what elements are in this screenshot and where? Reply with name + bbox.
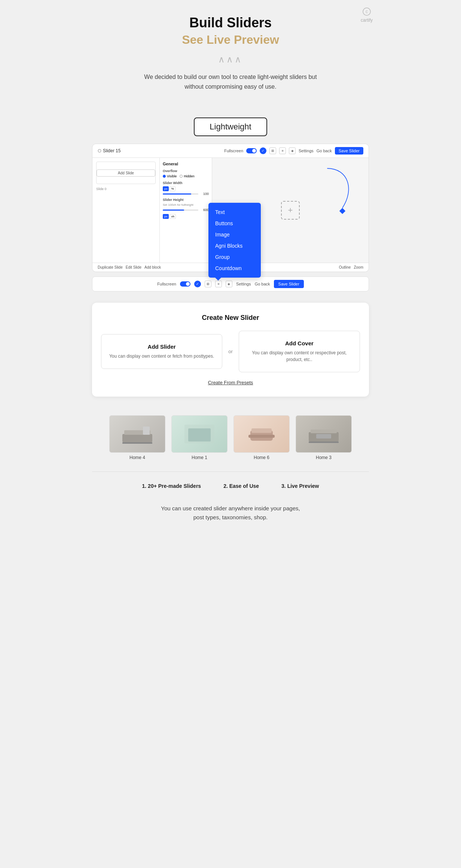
arrow-decoration [324, 165, 361, 214]
context-menu-item-buttons[interactable]: Buttons [208, 218, 261, 229]
context-menu-item-agni[interactable]: Agni Blocks [208, 240, 261, 251]
editor-section: Slider 15 Fullscreen ✓ ⊞ ≡ ◈ Settings Go… [81, 144, 380, 291]
layers-icon2[interactable]: ≡ [215, 281, 222, 287]
height-hint: Set 100vh for fullheight [163, 203, 209, 207]
settings-panel: General Overflow Visible Hidden Slider W… [160, 158, 212, 263]
feature-1: 1. 20+ Pre-made Sliders [142, 483, 201, 489]
thumbnail-home4-label: Home 4 [109, 455, 165, 460]
layers-icon[interactable]: ≡ [279, 147, 286, 154]
thumbnail-home1[interactable]: Home 1 [171, 415, 228, 460]
settings-label2[interactable]: Settings [236, 282, 251, 286]
width-unit-tabs: px % [163, 186, 175, 191]
thumbnail-home4[interactable]: Home 4 [109, 415, 165, 460]
overflow-radio-group: Visible Hidden [163, 174, 209, 178]
add-cover-card[interactable]: Add Cover You can display own content or… [239, 331, 360, 372]
thumbnail-home3-img [296, 415, 352, 453]
badge-section: Lightweight [81, 117, 380, 136]
svg-rect-15 [309, 441, 339, 443]
unit-px[interactable]: px [163, 186, 169, 191]
settings-label[interactable]: Settings [299, 149, 314, 153]
topbar-right: Fullscreen ✓ ⊞ ≡ ◈ Settings Go back Save… [224, 147, 363, 155]
add-cover-card-desc: You can display own content or respectiv… [245, 349, 354, 363]
slide-panel: Add Slide Slide 0 [92, 158, 160, 263]
go-back-label2[interactable]: Go back [255, 282, 270, 286]
page-subtitle: See Live Preview [88, 33, 373, 47]
fullscreen-toggle2[interactable] [180, 281, 190, 287]
height-slider-row: 600 [163, 208, 209, 212]
svg-marker-3 [339, 208, 345, 214]
fullscreen-label: Fullscreen [224, 149, 243, 153]
outline-btn[interactable]: Outline [339, 265, 351, 269]
features-row: 1. 20+ Pre-made Sliders 2. Ease of Use 3… [81, 476, 380, 496]
height-unit-px[interactable]: px [163, 214, 169, 219]
check-icon2: ✓ [194, 281, 201, 287]
height-unit-vh[interactable]: vh [170, 214, 175, 219]
add-cover-card-title: Add Cover [245, 340, 354, 346]
unit-percent[interactable]: % [170, 186, 175, 191]
width-track[interactable] [163, 193, 198, 195]
visible-radio[interactable]: Visible [163, 174, 177, 178]
overflow-label: Overflow [163, 169, 209, 173]
svg-rect-16 [316, 434, 331, 438]
check-icon: ✓ [260, 147, 266, 154]
svg-rect-11 [248, 435, 275, 438]
save-slider-top-button[interactable]: Save Slider [335, 147, 363, 155]
slider-name-label: Slider 15 [98, 148, 120, 153]
logo-text: cartify [361, 18, 373, 23]
fullscreen-label2: Fullscreen [157, 282, 176, 286]
editor-topbar: Slider 15 Fullscreen ✓ ⊞ ≡ ◈ Settings Go… [92, 144, 369, 158]
svg-text:c: c [366, 9, 368, 14]
height-track[interactable] [163, 210, 198, 211]
svg-rect-9 [188, 428, 211, 441]
canvas-area: + Text Buttons Image Agni Blocks Group C… [212, 158, 369, 263]
edit-slide-btn[interactable]: Edit Slide [126, 265, 141, 269]
slide-thumbnail[interactable]: Add Slide [96, 162, 156, 184]
thumbnail-home6[interactable]: Home 6 [233, 415, 290, 460]
presets-link[interactable]: Create From Presets [101, 380, 360, 385]
add-slider-card[interactable]: Add Slider You can display own content o… [101, 334, 222, 369]
svg-point-2 [98, 149, 101, 152]
hidden-radio[interactable]: Hidden [180, 174, 195, 178]
context-menu-item-countdown[interactable]: Countdown [208, 263, 261, 274]
go-back-label[interactable]: Go back [317, 149, 332, 153]
header-description: We decided to build our own tool to crea… [137, 72, 324, 91]
slide-label: Slide 0 [96, 187, 156, 191]
save-slider-button[interactable]: Save Slider [274, 280, 304, 288]
page-header: c cartify Build Sliders See Live Preview… [81, 0, 380, 110]
thumbnail-home1-label: Home 1 [171, 455, 228, 460]
context-menu-item-image[interactable]: Image [208, 229, 261, 240]
thumbnail-home1-img [171, 415, 228, 453]
thumbnails-section: Home 4 Home 1 Home 6 [81, 408, 380, 468]
duplicate-slide-btn[interactable]: Duplicate Slide [98, 265, 123, 269]
grid-icon2[interactable]: ⊞ [205, 281, 211, 287]
feature-2: 2. Ease of Use [223, 483, 259, 489]
add-block-btn-label[interactable]: Add block [144, 265, 161, 269]
height-unit-tabs: px vh [163, 214, 176, 219]
svg-rect-12 [251, 428, 272, 433]
slider-height-label: Slider Height [163, 198, 209, 202]
add-block-button[interactable]: + [281, 201, 300, 220]
context-menu-item-group[interactable]: Group [208, 251, 261, 263]
height-value: 600 [201, 208, 209, 212]
svg-rect-6 [122, 442, 152, 444]
feature-3: 3. Live Preview [281, 483, 319, 489]
thumbnail-home6-label: Home 6 [233, 455, 290, 460]
zoom-btn[interactable]: Zoom [354, 265, 363, 269]
settings-icon3[interactable]: ◈ [226, 281, 232, 287]
thumbnail-home4-img [109, 415, 165, 453]
context-menu-item-text[interactable]: Text [208, 207, 261, 218]
svg-rect-7 [143, 427, 150, 435]
slider-width-label: Slider Width [163, 181, 209, 185]
width-slider-row: 100 [163, 192, 209, 196]
width-value: 100 [201, 192, 209, 196]
wave-divider: ∧∧∧ [88, 54, 373, 65]
add-slide-button[interactable]: Add Slide [97, 169, 155, 177]
logo-icon: c [361, 7, 373, 18]
settings-icon2[interactable]: ◈ [289, 147, 296, 154]
context-menu: Text Buttons Image Agni Blocks Group Cou… [208, 203, 261, 278]
or-divider: or [228, 349, 233, 354]
fullscreen-toggle[interactable] [246, 148, 257, 153]
grid-icon[interactable]: ⊞ [269, 147, 276, 154]
thumbnail-home3[interactable]: Home 3 [296, 415, 352, 460]
thumbnail-home6-img [233, 415, 290, 453]
